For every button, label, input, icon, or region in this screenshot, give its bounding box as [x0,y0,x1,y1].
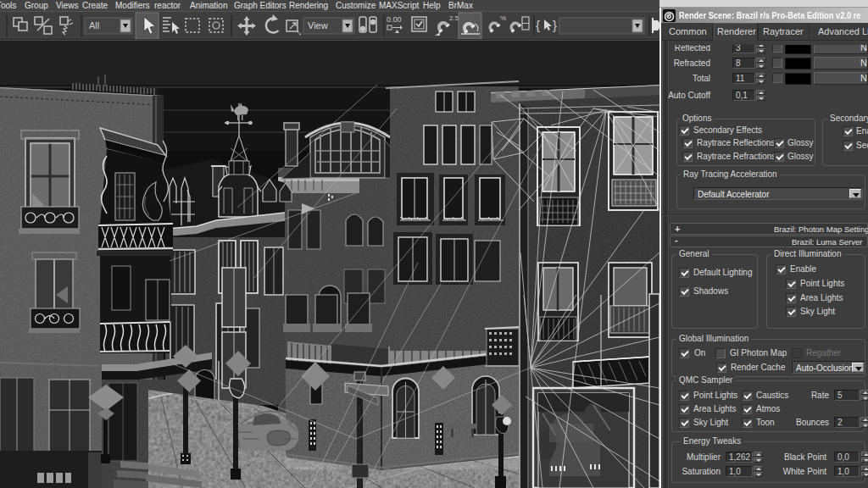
svg-text:All: All [89,20,99,30]
svg-text:%: % [500,14,506,22]
svg-text:{: { [536,18,540,32]
svg-text:2.5: 2.5 [449,14,459,22]
svg-text:0.00: 0.00 [387,15,402,24]
svg-text:View: View [308,20,328,30]
svg-text:}: } [553,18,557,32]
